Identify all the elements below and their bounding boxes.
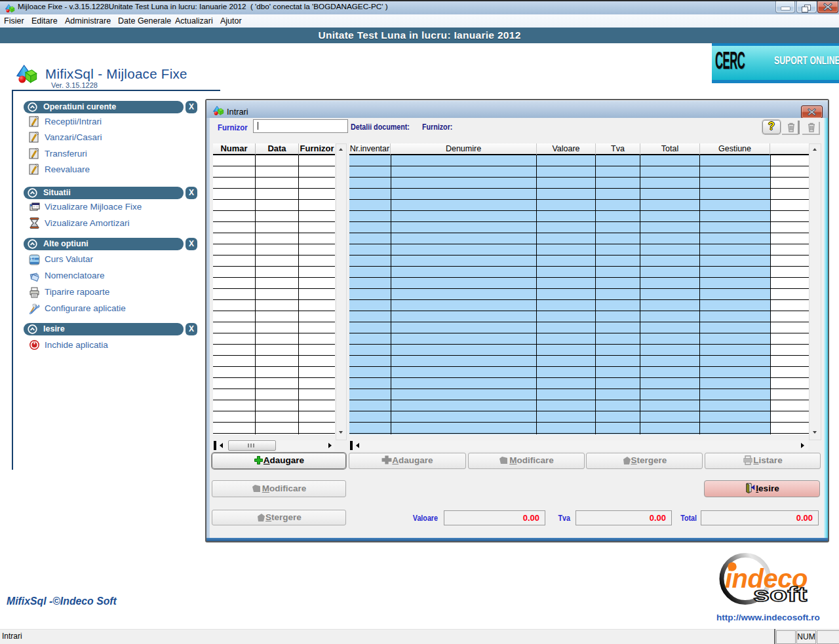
svg-text:$.-/: $.-/	[31, 257, 35, 261]
svg-text:soft: soft	[753, 582, 807, 605]
